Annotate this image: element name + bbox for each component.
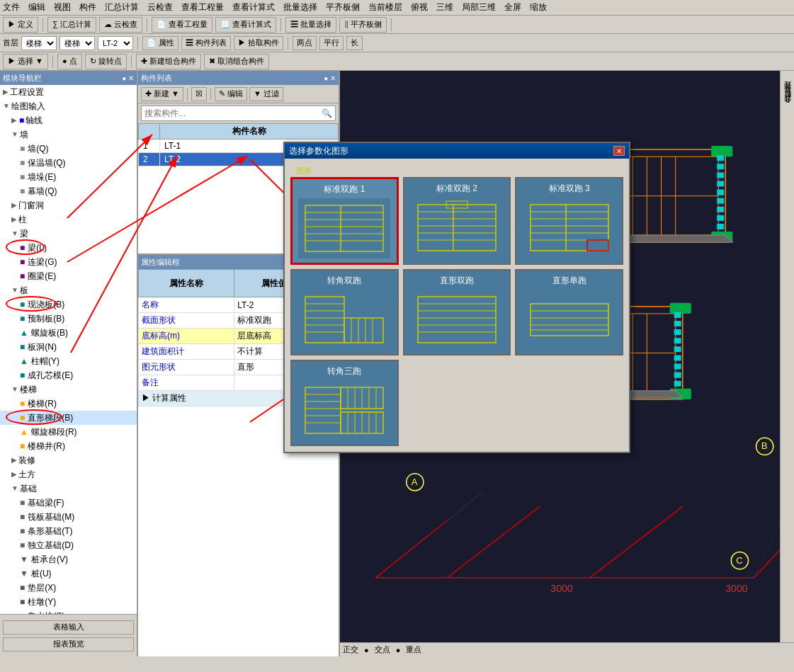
shape-item-straight-double[interactable]: 直形双跑 — [403, 269, 511, 355]
sidebar-item-decoration[interactable]: ▶ 装修 — [0, 453, 137, 467]
menu-calc[interactable]: 汇总计算 — [105, 1, 139, 13]
status-ortho[interactable]: 正交 — [343, 644, 358, 655]
sidebar-item-sump[interactable]: ■ 集水坑(S) — [0, 609, 137, 614]
btn-table-input[interactable]: 表格输入 — [3, 620, 134, 634]
btn-length[interactable]: 长 — [346, 36, 363, 50]
shape-item-std-double-3[interactable]: 标准双跑 3 — [515, 177, 623, 265]
btn-align-slab[interactable]: ∥ 平齐板侧 — [339, 17, 387, 33]
btn-property[interactable]: 📄 属性 — [142, 36, 178, 50]
menu-floor[interactable]: 当前楼层 — [368, 1, 402, 13]
sidebar-item-slab[interactable]: ▼ 板 — [0, 283, 137, 297]
btn-new-group[interactable]: ✚ 新建组合构件 — [136, 54, 201, 69]
menu-top-view[interactable]: 俯视 — [411, 1, 428, 13]
btn-cloud-check[interactable]: ☁ 云检查 — [99, 17, 142, 33]
btn-report-preview[interactable]: 报表预览 — [3, 637, 134, 651]
sidebar-item-col-base[interactable]: ■ 柱墩(Y) — [0, 595, 137, 609]
sidebar-item-straight-stair[interactable]: ■ 直形梯段(B) — [0, 411, 137, 425]
menu-view[interactable]: 视图 — [54, 1, 71, 13]
sidebar-item-column-cap[interactable]: ▲ 柱帽(Y) — [0, 354, 137, 368]
sidebar-item-beam[interactable]: ▼ 梁 — [0, 227, 137, 241]
sidebar-item-wall-q[interactable]: ■ 墙(Q) — [0, 142, 137, 156]
btn-delete-comp[interactable]: ☒ — [191, 87, 207, 101]
sidebar-item-earthwork-label: 土方 — [18, 468, 35, 481]
sidebar-item-raft[interactable]: ■ 筏板基础(M) — [0, 510, 137, 524]
shape-item-corner-triple[interactable]: 转角三跑 — [290, 360, 399, 446]
menu-fullscreen[interactable]: 全屏 — [504, 1, 521, 13]
sidebar-item-beam-l[interactable]: ■ 梁(L) — [0, 241, 137, 255]
btn-parallel[interactable]: 平行 — [319, 36, 344, 50]
side-btn-cut[interactable]: 打断 — [781, 102, 794, 106]
btn-cancel-group[interactable]: ✖ 取消组合构件 — [204, 54, 269, 69]
shape-item-straight-single[interactable]: 直形单跑 — [515, 269, 623, 355]
sidebar-item-found-beam[interactable]: ■ 基础梁(F) — [0, 496, 137, 510]
sidebar-item-void-mold[interactable]: ■ 成孔芯模(E) — [0, 368, 137, 382]
sidebar-item-pile-cap[interactable]: ▼ 桩承台(V) — [0, 552, 137, 566]
btn-rotate-point[interactable]: ↻ 旋转点 — [85, 54, 127, 69]
btn-filter-comp[interactable]: ▼ 过滤 — [249, 87, 283, 101]
sidebar-item-foundation[interactable]: ▼ 基础 — [0, 482, 137, 496]
sidebar-item-spiral-stair[interactable]: ▲ 螺旋梯段(R) — [0, 425, 137, 439]
btn-batch-select[interactable]: ☰ 批量选择 — [285, 17, 336, 33]
menu-file[interactable]: 文件 — [3, 1, 20, 13]
sidebar-item-beam-g[interactable]: ■ 连梁(G) — [0, 255, 137, 269]
menu-3d[interactable]: 三维 — [436, 1, 453, 13]
comp-list-pin[interactable]: ● ✕ — [324, 74, 336, 82]
menu-batch[interactable]: 批量选择 — [283, 1, 317, 13]
sidebar-item-axis[interactable]: ▶ ■ 轴线 — [0, 113, 137, 127]
sidebar-item-drawing[interactable]: ▼ 绘图输入 — [0, 99, 137, 113]
sidebar-item-slab-hole[interactable]: ■ 板洞(N) — [0, 340, 137, 354]
side-btn-nonstandard[interactable]: 非标 — [781, 97, 794, 101]
sidebar-pin-icon[interactable]: ● ✕ — [122, 74, 134, 82]
sidebar-item-strip[interactable]: ■ 条形基础(T) — [0, 524, 137, 538]
dialog-close-btn[interactable]: ✕ — [613, 146, 625, 156]
sidebar-item-curtain-wall[interactable]: ■ 幕墙(Q) — [0, 184, 137, 198]
sidebar-item-isolated[interactable]: ■ 独立基础(D) — [0, 538, 137, 552]
menu-cloud[interactable]: 云检查 — [147, 1, 173, 13]
sidebar-item-stair[interactable]: ▼ 楼梯 — [0, 382, 137, 397]
floor-select-2[interactable]: 楼梯 — [59, 36, 95, 50]
sidebar-item-earthwork[interactable]: ▶ 土方 — [0, 467, 137, 482]
btn-calc[interactable]: ∑ 汇总计算 — [47, 17, 96, 33]
btn-comp-list[interactable]: ☰ 构件列表 — [181, 36, 231, 50]
btn-point[interactable]: ● 点 — [57, 54, 82, 69]
side-btn-extend[interactable]: 延伸 — [781, 92, 794, 96]
side-btn-align[interactable]: 合并 — [781, 107, 794, 111]
menu-zoom[interactable]: 缩放 — [530, 1, 547, 13]
sidebar-item-spiral-slab[interactable]: ▲ 螺旋板(B) — [0, 326, 137, 340]
sidebar-item-stair-well[interactable]: ■ 楼梯井(R) — [0, 439, 137, 453]
sidebar-item-stair-r[interactable]: ■ 楼梯(R) — [0, 397, 137, 411]
menu-local-3d[interactable]: 局部三维 — [462, 1, 496, 13]
menu-quantity[interactable]: 查看工程量 — [181, 1, 224, 13]
sidebar-item-cast-slab[interactable]: ■ 现浇板(B) — [0, 297, 137, 312]
menu-edit[interactable]: 编辑 — [28, 1, 45, 13]
btn-pick-comp[interactable]: ▶ 拾取构件 — [234, 36, 283, 50]
menu-align[interactable]: 平齐板侧 — [326, 1, 360, 13]
menu-formula[interactable]: 查看计算式 — [232, 1, 275, 13]
sidebar-item-wall-buttress[interactable]: ■ 墙垛(E) — [0, 170, 137, 184]
sidebar-item-window[interactable]: ▶ 门窗洞 — [0, 198, 137, 212]
sidebar-item-project[interactable]: ▶ 工程设置 — [0, 85, 137, 99]
btn-define[interactable]: ▶ 定义 — [3, 17, 38, 33]
status-endpoint[interactable]: 重点 — [406, 644, 421, 655]
btn-select[interactable]: ▶ 选择 ▼ — [3, 54, 48, 69]
menu-component[interactable]: 构件 — [79, 1, 96, 13]
btn-view-quantity[interactable]: 📄 查看工程量 — [152, 17, 212, 33]
sidebar-item-pad[interactable]: ■ 垫层(X) — [0, 581, 137, 595]
btn-two-point[interactable]: 两点 — [293, 36, 317, 50]
floor-select-3[interactable]: LT-2 — [98, 36, 133, 50]
btn-edit-comp[interactable]: ✎ 编辑 — [215, 87, 247, 101]
sidebar-item-insulation-wall[interactable]: ■ 保温墙(Q) — [0, 156, 137, 170]
sidebar-item-precast-slab[interactable]: ■ 预制板(B) — [0, 312, 137, 326]
shape-item-std-double-2[interactable]: 标准双跑 2 — [403, 177, 511, 265]
search-input[interactable] — [144, 108, 322, 118]
status-snap[interactable]: 交点 — [375, 644, 390, 655]
sidebar-item-pile[interactable]: ▼ 桩(U) — [0, 566, 137, 581]
shape-item-std-double-1[interactable]: 标准双跑 1 — [290, 177, 399, 265]
sidebar-item-wall[interactable]: ▼ 墙 — [0, 127, 137, 142]
sidebar-item-column[interactable]: ▶ 柱 — [0, 212, 137, 227]
sidebar-item-beam-e[interactable]: ■ 圈梁(E) — [0, 269, 137, 283]
floor-select-1[interactable]: 楼梯 — [21, 36, 57, 50]
btn-view-formula[interactable]: 📃 查看计算式 — [215, 17, 276, 33]
shape-item-corner-double[interactable]: 转角双跑 — [290, 269, 399, 355]
btn-new-comp[interactable]: ✚ 新建 ▼ — [141, 87, 183, 101]
